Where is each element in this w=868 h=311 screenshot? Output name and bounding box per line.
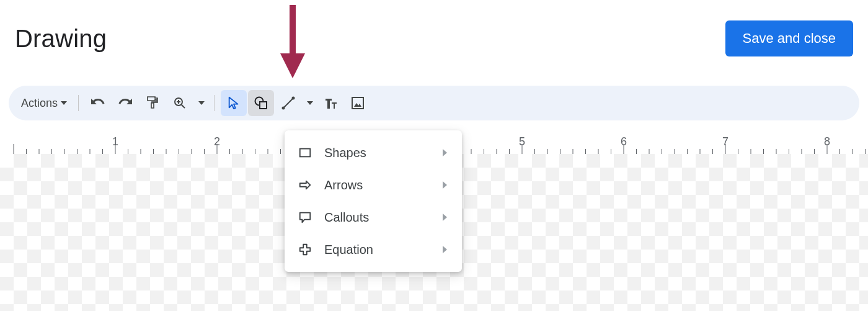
paint-roller-icon bbox=[145, 96, 160, 110]
svg-rect-11 bbox=[352, 97, 363, 109]
zoom-button[interactable] bbox=[167, 90, 193, 116]
arrow-right-icon bbox=[297, 178, 313, 192]
redo-icon bbox=[118, 96, 133, 110]
menu-item-label: Callouts bbox=[324, 210, 432, 225]
svg-marker-12 bbox=[354, 103, 361, 107]
shape-tool-button[interactable] bbox=[248, 90, 274, 116]
svg-rect-7 bbox=[260, 102, 267, 109]
svg-text:8: 8 bbox=[824, 135, 830, 148]
zoom-dropdown-button[interactable] bbox=[194, 90, 208, 116]
actions-menu-button[interactable]: Actions bbox=[16, 93, 72, 114]
svg-text:6: 6 bbox=[621, 135, 627, 148]
text-icon bbox=[323, 96, 338, 110]
line-group bbox=[275, 90, 316, 116]
dialog-title: Drawing bbox=[15, 25, 107, 53]
svg-text:2: 2 bbox=[214, 135, 220, 148]
submenu-arrow-icon bbox=[443, 246, 447, 253]
cursor-icon bbox=[227, 96, 241, 110]
toolbar: Actions bbox=[9, 86, 859, 120]
svg-rect-89 bbox=[300, 149, 311, 157]
line-tool-button[interactable] bbox=[275, 90, 301, 116]
actions-label: Actions bbox=[21, 97, 58, 110]
rectangle-icon bbox=[297, 146, 313, 160]
textbox-tool-button[interactable] bbox=[317, 90, 343, 116]
menu-item-shapes[interactable]: Shapes bbox=[285, 137, 462, 169]
menu-item-label: Arrows bbox=[324, 178, 432, 192]
menu-item-label: Shapes bbox=[324, 146, 432, 160]
image-tool-button[interactable] bbox=[345, 90, 371, 116]
separator bbox=[78, 95, 79, 111]
save-and-close-button[interactable]: Save and close bbox=[725, 20, 853, 56]
plus-icon bbox=[297, 243, 313, 256]
svg-text:1: 1 bbox=[112, 135, 118, 148]
zoom-group bbox=[167, 90, 208, 116]
menu-item-label: Equation bbox=[324, 243, 432, 257]
annotation-arrow-icon bbox=[274, 5, 311, 78]
svg-point-9 bbox=[282, 107, 285, 110]
caret-down-icon bbox=[61, 101, 67, 105]
paint-format-button[interactable] bbox=[140, 90, 166, 116]
svg-line-3 bbox=[182, 105, 185, 109]
undo-icon bbox=[91, 96, 105, 110]
svg-text:5: 5 bbox=[519, 135, 525, 148]
svg-marker-1 bbox=[280, 53, 305, 78]
shape-icon bbox=[254, 96, 268, 110]
select-tool-button[interactable] bbox=[221, 90, 247, 116]
zoom-icon bbox=[172, 96, 187, 110]
image-icon bbox=[350, 96, 365, 110]
undo-button[interactable] bbox=[85, 90, 111, 116]
line-icon bbox=[281, 96, 296, 110]
menu-item-equation[interactable]: Equation bbox=[285, 233, 462, 266]
caret-down-icon bbox=[307, 101, 313, 105]
dialog-header: Drawing Save and close bbox=[0, 0, 868, 62]
menu-item-arrows[interactable]: Arrows bbox=[285, 169, 462, 201]
submenu-arrow-icon bbox=[443, 181, 447, 189]
redo-button[interactable] bbox=[112, 90, 138, 116]
svg-text:7: 7 bbox=[722, 135, 728, 148]
line-dropdown-button[interactable] bbox=[303, 90, 316, 116]
svg-line-8 bbox=[283, 98, 293, 108]
callout-icon bbox=[297, 210, 313, 224]
menu-item-callouts[interactable]: Callouts bbox=[285, 201, 462, 233]
svg-point-10 bbox=[292, 97, 295, 100]
submenu-arrow-icon bbox=[443, 214, 447, 221]
shape-dropdown-menu: Shapes Arrows Callouts Equation bbox=[285, 130, 462, 272]
submenu-arrow-icon bbox=[443, 149, 447, 156]
caret-down-icon bbox=[198, 101, 205, 105]
separator bbox=[214, 95, 215, 111]
